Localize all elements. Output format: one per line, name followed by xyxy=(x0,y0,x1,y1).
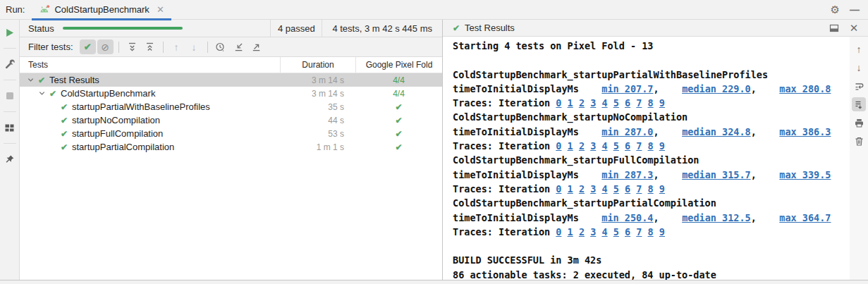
collapse-all-icon[interactable] xyxy=(142,39,158,54)
console-text-segment xyxy=(573,140,579,152)
tree-node-label-cell: ✔startupPartialWithBaselineProfiles xyxy=(20,101,280,112)
column-device[interactable]: Google Pixel Fold xyxy=(355,57,442,73)
show-ignored-icon[interactable]: ⊘ xyxy=(97,39,114,54)
console-link[interactable]: 8 xyxy=(648,183,654,195)
console-link[interactable]: 4 xyxy=(601,97,607,109)
wrench-icon[interactable] xyxy=(4,58,16,70)
console-link[interactable]: max 364.7 xyxy=(779,212,831,223)
chevron-expanded-icon[interactable] xyxy=(37,88,47,99)
duration-cell: 3 m 14 s xyxy=(280,89,355,99)
console-text-segment xyxy=(642,140,647,152)
hide-panel-icon[interactable]: — xyxy=(850,4,860,16)
console-link[interactable]: 6 xyxy=(625,97,630,109)
console-link[interactable]: 6 xyxy=(625,183,630,195)
import-test-results-icon[interactable] xyxy=(231,39,247,54)
console-link[interactable]: min 207.7 xyxy=(601,83,653,94)
console-link[interactable]: 5 xyxy=(613,183,619,195)
export-test-results-icon[interactable] xyxy=(248,39,264,54)
clear-all-icon[interactable] xyxy=(852,134,866,148)
console-link[interactable]: 5 xyxy=(613,140,619,152)
scroll-down-icon[interactable]: ↓ xyxy=(852,61,866,75)
soft-wrap-icon[interactable] xyxy=(852,79,866,93)
tree-row-startuppartialwithbaselineprofiles[interactable]: ✔startupPartialWithBaselineProfiles35 s✔ xyxy=(20,100,442,113)
console-link[interactable]: 9 xyxy=(659,183,665,195)
console-link[interactable]: min 287.0 xyxy=(601,126,653,137)
device-result-cell: ✔ xyxy=(355,102,442,112)
console-link[interactable]: median 229.0 xyxy=(682,83,751,94)
console-link[interactable]: 4 xyxy=(601,226,607,237)
device-result-cell: 4/4 xyxy=(355,75,442,85)
console-link[interactable]: 9 xyxy=(659,140,665,152)
dock-panel-icon[interactable] xyxy=(827,21,841,35)
console-link[interactable]: 1 xyxy=(568,140,573,152)
tree-row-startupnocompilation[interactable]: ✔startupNoCompilation44 s✔ xyxy=(20,113,442,127)
console-text-segment: , xyxy=(653,126,682,137)
console-text-segment xyxy=(654,97,659,109)
passed-count: 4 passed xyxy=(271,23,322,34)
console-link[interactable]: 6 xyxy=(625,226,630,237)
pin-tab-icon[interactable] xyxy=(4,153,16,166)
console-text-segment: ColdStartupBenchmark_startupPartialWithB… xyxy=(453,69,768,80)
rerun-tests-button[interactable] xyxy=(4,26,16,39)
chevron-expanded-icon[interactable] xyxy=(25,75,36,85)
column-tests[interactable]: Tests xyxy=(20,57,280,73)
console-link[interactable]: 9 xyxy=(659,97,665,109)
console-text-segment: Traces: Iteration xyxy=(453,140,556,152)
console-link[interactable]: 2 xyxy=(579,183,585,195)
test-summary: 4 tests, 3 m 42 s 445 ms xyxy=(322,23,442,34)
console-link[interactable]: 1 xyxy=(568,183,573,195)
console-link[interactable]: 6 xyxy=(625,140,630,152)
console-link[interactable]: min 287.3 xyxy=(601,169,653,180)
console-link[interactable]: 2 xyxy=(579,97,585,109)
device-matrix-icon[interactable] xyxy=(4,121,16,134)
tree-row-coldstartupbenchmark[interactable]: ✔ColdStartupBenchmark3 m 14 s4/4 xyxy=(20,87,442,100)
console-output: Starting 4 tests on Pixel Fold - 13 Cold… xyxy=(443,37,850,280)
filter-tests-label: Filter tests: xyxy=(28,42,73,52)
console-text-segment: timeToInitialDisplayMs xyxy=(453,169,601,180)
tree-row-startupfullcompilation[interactable]: ✔startupFullCompilation53 s✔ xyxy=(20,127,442,140)
console-link[interactable]: median 315.7 xyxy=(682,169,751,180)
console-line xyxy=(453,53,850,67)
console-link[interactable]: max 280.8 xyxy=(779,83,831,94)
scroll-to-end-icon[interactable] xyxy=(852,97,866,111)
tab-coldstartupbenchmark[interactable]: ColdStartupBenchmark ✕ xyxy=(32,0,171,20)
tab-close-icon[interactable]: ✕ xyxy=(157,4,164,15)
tree-node-label-cell: ✔Test Results xyxy=(20,75,280,85)
console-link[interactable]: 4 xyxy=(601,183,607,195)
tree-row-test-results[interactable]: ✔Test Results3 m 14 s4/4 xyxy=(20,73,442,87)
console-text-segment xyxy=(561,183,567,195)
console-link[interactable]: median 324.8 xyxy=(682,126,751,137)
tree-node-label-cell: ✔ColdStartupBenchmark xyxy=(20,88,280,99)
column-duration[interactable]: Duration xyxy=(280,57,355,73)
test-passed-icon: ✔ xyxy=(59,129,70,139)
console-link[interactable]: 9 xyxy=(659,226,665,237)
console-link[interactable]: 4 xyxy=(601,140,607,152)
console-link[interactable]: median 312.5 xyxy=(682,212,751,223)
console-link[interactable]: 2 xyxy=(579,226,585,237)
console-link[interactable]: max 339.5 xyxy=(779,169,831,180)
tree-row-startuppartialcompilation[interactable]: ✔startupPartialCompilation1 m 1 s✔ xyxy=(20,140,442,154)
expand-all-icon[interactable] xyxy=(124,39,140,54)
console-link[interactable]: 2 xyxy=(579,140,585,152)
console-link[interactable]: 5 xyxy=(613,97,619,109)
console-text-segment xyxy=(573,183,579,195)
duration-cell: 53 s xyxy=(280,129,355,139)
console-link[interactable]: 8 xyxy=(648,226,654,237)
console-link[interactable]: max 386.3 xyxy=(779,126,831,137)
console-line: ColdStartupBenchmark_startupFullCompilat… xyxy=(453,153,850,167)
console-link[interactable]: 1 xyxy=(568,226,573,237)
test-history-icon[interactable] xyxy=(213,39,229,54)
console-link[interactable]: 1 xyxy=(568,97,573,109)
print-icon[interactable] xyxy=(852,116,866,130)
console-link[interactable]: 5 xyxy=(613,226,619,237)
close-icon[interactable]: ✕ xyxy=(847,21,861,35)
console-link[interactable]: min 250.4 xyxy=(601,212,653,223)
test-tree-panel: Status 4 passed 4 tests, 3 m 42 s 445 ms… xyxy=(20,20,443,280)
scroll-up-icon[interactable]: ↑ xyxy=(852,42,866,56)
show-passed-icon[interactable]: ✔ xyxy=(80,39,96,54)
tree-node-label: startupPartialCompilation xyxy=(72,142,174,152)
console-link[interactable]: 8 xyxy=(648,97,654,109)
settings-gear-icon[interactable]: ⚙ xyxy=(831,4,840,15)
console-link[interactable]: 8 xyxy=(648,140,654,152)
test-passed-icon: ✔ xyxy=(59,102,70,112)
